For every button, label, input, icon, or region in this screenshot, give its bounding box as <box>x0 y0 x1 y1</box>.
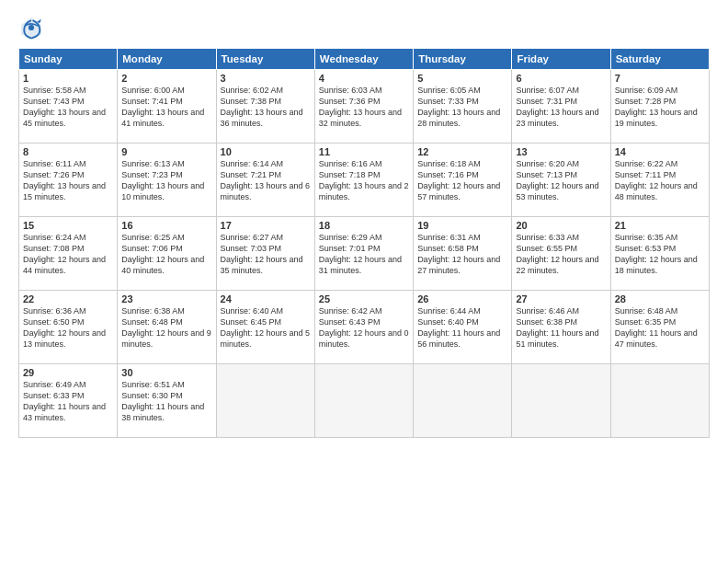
day-number: 21 <box>615 220 705 231</box>
day-number: 4 <box>319 73 409 84</box>
calendar-cell: 2Sunrise: 6:00 AMSunset: 7:41 PMDaylight… <box>118 70 216 144</box>
calendar-cell: 7Sunrise: 6:09 AMSunset: 7:28 PMDaylight… <box>610 70 709 144</box>
calendar-cell: 30Sunrise: 6:51 AMSunset: 6:30 PMDayligh… <box>118 364 216 438</box>
calendar-cell: 15Sunrise: 6:24 AMSunset: 7:08 PMDayligh… <box>19 217 118 291</box>
day-number: 20 <box>516 220 606 231</box>
day-number: 2 <box>121 73 211 84</box>
day-number: 10 <box>221 146 311 157</box>
cell-info: Sunrise: 6:31 AMSunset: 6:58 PMDaylight:… <box>417 232 507 277</box>
day-number: 12 <box>417 146 507 157</box>
calendar-cell: 22Sunrise: 6:36 AMSunset: 6:50 PMDayligh… <box>19 291 118 364</box>
calendar-cell: 27Sunrise: 6:46 AMSunset: 6:38 PMDayligh… <box>512 291 610 364</box>
calendar-cell <box>314 364 413 438</box>
week-row-1: 1Sunrise: 5:58 AMSunset: 7:43 PMDaylight… <box>19 70 710 144</box>
calendar-cell: 16Sunrise: 6:25 AMSunset: 7:06 PMDayligh… <box>118 217 216 291</box>
day-number: 7 <box>615 73 705 84</box>
cell-info: Sunrise: 6:03 AMSunset: 7:36 PMDaylight:… <box>319 85 409 130</box>
day-number: 6 <box>516 73 606 84</box>
cell-info: Sunrise: 6:35 AMSunset: 6:53 PMDaylight:… <box>615 232 705 277</box>
header-tuesday: Tuesday <box>216 49 314 70</box>
calendar-cell: 5Sunrise: 6:05 AMSunset: 7:33 PMDaylight… <box>414 70 512 144</box>
calendar-cell: 26Sunrise: 6:44 AMSunset: 6:40 PMDayligh… <box>414 291 512 364</box>
day-number: 23 <box>121 293 211 304</box>
calendar-cell: 8Sunrise: 6:11 AMSunset: 7:26 PMDaylight… <box>19 144 118 217</box>
cell-info: Sunrise: 6:24 AMSunset: 7:08 PMDaylight:… <box>23 232 113 277</box>
cell-info: Sunrise: 6:25 AMSunset: 7:06 PMDaylight:… <box>121 232 211 277</box>
day-number: 15 <box>23 220 113 231</box>
cell-info: Sunrise: 6:16 AMSunset: 7:18 PMDaylight:… <box>319 158 409 203</box>
day-number: 26 <box>417 293 507 304</box>
svg-point-2 <box>28 25 34 30</box>
calendar-cell: 17Sunrise: 6:27 AMSunset: 7:03 PMDayligh… <box>216 217 314 291</box>
calendar-cell: 1Sunrise: 5:58 AMSunset: 7:43 PMDaylight… <box>19 70 118 144</box>
header-thursday: Thursday <box>414 49 512 70</box>
cell-info: Sunrise: 6:49 AMSunset: 6:33 PMDaylight:… <box>23 379 113 424</box>
week-row-5: 29Sunrise: 6:49 AMSunset: 6:33 PMDayligh… <box>19 364 710 438</box>
logo <box>18 15 48 40</box>
calendar-cell <box>610 364 709 438</box>
cell-info: Sunrise: 6:46 AMSunset: 6:38 PMDaylight:… <box>516 305 606 350</box>
cell-info: Sunrise: 6:13 AMSunset: 7:23 PMDaylight:… <box>121 158 211 203</box>
day-number: 1 <box>23 73 113 84</box>
calendar-cell: 29Sunrise: 6:49 AMSunset: 6:33 PMDayligh… <box>19 364 118 438</box>
week-row-2: 8Sunrise: 6:11 AMSunset: 7:26 PMDaylight… <box>19 144 710 217</box>
day-number: 25 <box>319 293 409 304</box>
cell-info: Sunrise: 6:44 AMSunset: 6:40 PMDaylight:… <box>417 305 507 350</box>
calendar-cell <box>414 364 512 438</box>
cell-info: Sunrise: 6:02 AMSunset: 7:38 PMDaylight:… <box>221 85 311 130</box>
cell-info: Sunrise: 6:42 AMSunset: 6:43 PMDaylight:… <box>319 305 409 350</box>
calendar-cell: 9Sunrise: 6:13 AMSunset: 7:23 PMDaylight… <box>118 144 216 217</box>
calendar-cell: 4Sunrise: 6:03 AMSunset: 7:36 PMDaylight… <box>314 70 413 144</box>
day-number: 27 <box>516 293 606 304</box>
header-sunday: Sunday <box>19 49 118 70</box>
header-monday: Monday <box>118 49 216 70</box>
calendar-cell: 24Sunrise: 6:40 AMSunset: 6:45 PMDayligh… <box>216 291 314 364</box>
calendar-cell: 14Sunrise: 6:22 AMSunset: 7:11 PMDayligh… <box>610 144 709 217</box>
calendar-cell: 21Sunrise: 6:35 AMSunset: 6:53 PMDayligh… <box>610 217 709 291</box>
cell-info: Sunrise: 6:36 AMSunset: 6:50 PMDaylight:… <box>23 305 113 350</box>
day-number: 16 <box>121 220 211 231</box>
day-number: 13 <box>516 146 606 157</box>
cell-info: Sunrise: 6:00 AMSunset: 7:41 PMDaylight:… <box>121 85 211 130</box>
calendar-cell: 28Sunrise: 6:48 AMSunset: 6:35 PMDayligh… <box>610 291 709 364</box>
calendar-cell: 3Sunrise: 6:02 AMSunset: 7:38 PMDaylight… <box>216 70 314 144</box>
cell-info: Sunrise: 6:11 AMSunset: 7:26 PMDaylight:… <box>23 158 113 203</box>
cell-info: Sunrise: 5:58 AMSunset: 7:43 PMDaylight:… <box>23 85 113 130</box>
day-number: 17 <box>221 220 311 231</box>
cell-info: Sunrise: 6:14 AMSunset: 7:21 PMDaylight:… <box>221 158 311 203</box>
header-friday: Friday <box>512 49 610 70</box>
cell-info: Sunrise: 6:22 AMSunset: 7:11 PMDaylight:… <box>615 158 705 203</box>
week-row-4: 22Sunrise: 6:36 AMSunset: 6:50 PMDayligh… <box>19 291 710 364</box>
day-number: 14 <box>615 146 705 157</box>
logo-icon <box>18 15 44 40</box>
cell-info: Sunrise: 6:33 AMSunset: 6:55 PMDaylight:… <box>516 232 606 277</box>
calendar-cell: 23Sunrise: 6:38 AMSunset: 6:48 PMDayligh… <box>118 291 216 364</box>
cell-info: Sunrise: 6:29 AMSunset: 7:01 PMDaylight:… <box>319 232 409 277</box>
calendar: SundayMondayTuesdayWednesdayThursdayFrid… <box>18 48 710 438</box>
cell-info: Sunrise: 6:38 AMSunset: 6:48 PMDaylight:… <box>121 305 211 350</box>
day-number: 19 <box>417 220 507 231</box>
day-number: 28 <box>615 293 705 304</box>
calendar-cell: 11Sunrise: 6:16 AMSunset: 7:18 PMDayligh… <box>314 144 413 217</box>
day-number: 5 <box>417 73 507 84</box>
cell-info: Sunrise: 6:51 AMSunset: 6:30 PMDaylight:… <box>121 379 211 424</box>
calendar-cell <box>512 364 610 438</box>
header-saturday: Saturday <box>610 49 709 70</box>
day-number: 18 <box>319 220 409 231</box>
calendar-cell: 20Sunrise: 6:33 AMSunset: 6:55 PMDayligh… <box>512 217 610 291</box>
cell-info: Sunrise: 6:05 AMSunset: 7:33 PMDaylight:… <box>417 85 507 130</box>
cell-info: Sunrise: 6:18 AMSunset: 7:16 PMDaylight:… <box>417 158 507 203</box>
calendar-cell: 18Sunrise: 6:29 AMSunset: 7:01 PMDayligh… <box>314 217 413 291</box>
calendar-cell: 12Sunrise: 6:18 AMSunset: 7:16 PMDayligh… <box>414 144 512 217</box>
day-number: 22 <box>23 293 113 304</box>
day-number: 9 <box>121 146 211 157</box>
day-number: 29 <box>23 367 113 378</box>
day-number: 8 <box>23 146 113 157</box>
calendar-header-row: SundayMondayTuesdayWednesdayThursdayFrid… <box>19 49 710 70</box>
day-number: 24 <box>221 293 311 304</box>
day-number: 30 <box>121 367 211 378</box>
day-number: 11 <box>319 146 409 157</box>
calendar-cell: 19Sunrise: 6:31 AMSunset: 6:58 PMDayligh… <box>414 217 512 291</box>
calendar-cell: 6Sunrise: 6:07 AMSunset: 7:31 PMDaylight… <box>512 70 610 144</box>
day-number: 3 <box>221 73 311 84</box>
